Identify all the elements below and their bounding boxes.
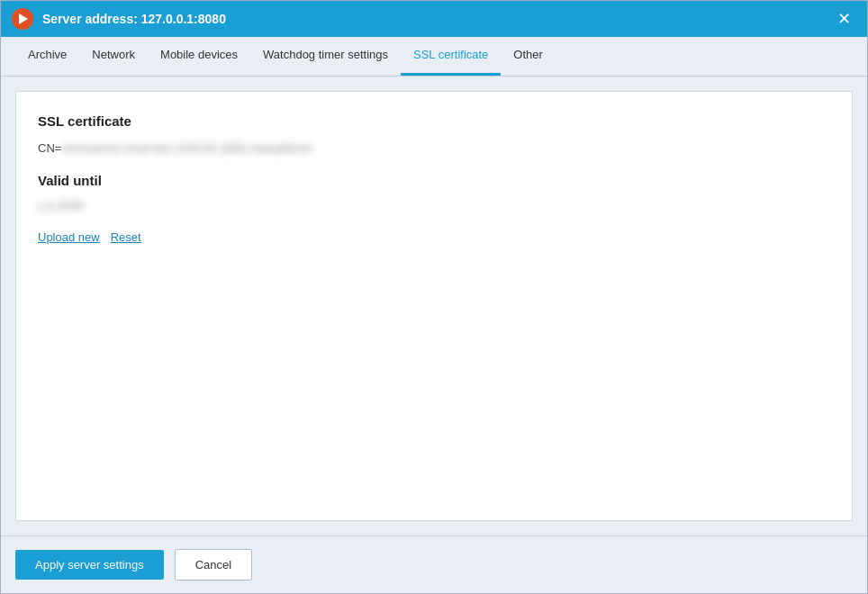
tab-ssl[interactable]: SSL certificate <box>401 36 501 76</box>
dialog: Server address: 127.0.0.1:8080 ✕ Archive… <box>0 0 868 594</box>
upload-new-button[interactable]: Upload new <box>38 230 100 244</box>
ssl-section-title: SSL certificate <box>38 113 830 129</box>
tab-archive[interactable]: Archive <box>15 36 79 76</box>
cn-value: someserver.local-test 2#4C4C-jkl9a-neacp… <box>61 141 312 155</box>
cn-prefix: CN= <box>38 141 61 155</box>
svg-marker-0 <box>19 14 28 24</box>
cert-actions: Upload new Reset <box>38 230 830 244</box>
apply-button[interactable]: Apply server settings <box>15 550 164 580</box>
reset-button[interactable]: Reset <box>111 230 141 244</box>
tab-mobile[interactable]: Mobile devices <box>148 36 250 76</box>
valid-title: Valid until <box>38 173 830 188</box>
app-icon <box>12 8 33 30</box>
footer: Apply server settings Cancel <box>1 536 867 593</box>
tab-network[interactable]: Network <box>79 36 148 76</box>
content-area: SSL certificate CN=someserver.local-test… <box>1 76 867 536</box>
tab-other[interactable]: Other <box>501 36 556 76</box>
ssl-panel: SSL certificate CN=someserver.local-test… <box>15 91 853 521</box>
dialog-title: Server address: 127.0.0.1:8080 <box>42 12 822 26</box>
tabs-bar: Archive Network Mobile devices Watchdog … <box>1 37 867 76</box>
cert-cn: CN=someserver.local-test 2#4C4C-jkl9a-ne… <box>38 141 830 155</box>
close-button[interactable]: ✕ <box>831 6 856 32</box>
titlebar: Server address: 127.0.0.1:8080 ✕ <box>1 1 867 37</box>
valid-date-value: 1.8.2048 <box>38 199 84 212</box>
valid-date: 1.8.2048 <box>38 199 830 212</box>
valid-section: Valid until 1.8.2048 <box>38 173 830 212</box>
tab-watchdog[interactable]: Watchdog timer settings <box>250 36 401 76</box>
cancel-button[interactable]: Cancel <box>175 549 252 580</box>
